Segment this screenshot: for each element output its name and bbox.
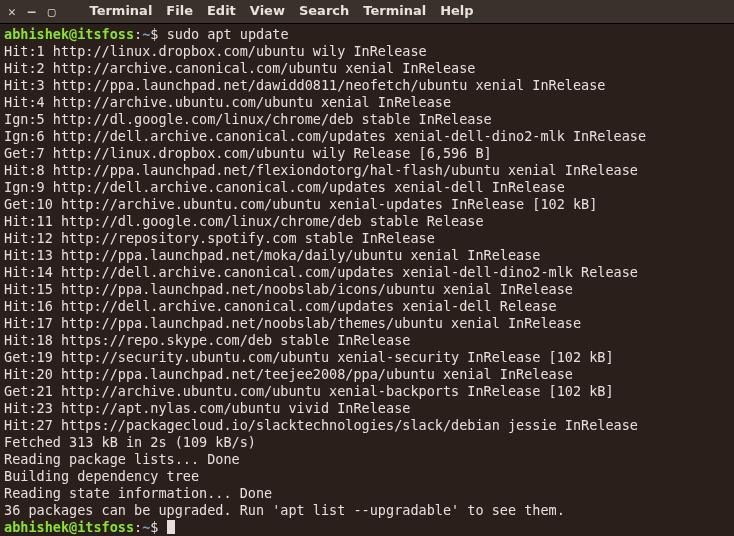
output-line: Hit:27 https://packagecloud.io/slacktech… [4,417,730,434]
output-line: Hit:4 http://archive.ubuntu.com/ubuntu x… [4,94,730,111]
menu-help[interactable]: Help [434,3,479,19]
maximize-icon[interactable]: ▢ [48,5,56,18]
prompt-at: @ [69,519,77,535]
output-line: Hit:2 http://archive.canonical.com/ubunt… [4,60,730,77]
output-line: Reading state information... Done [4,485,730,502]
output-line: Hit:12 http://repository.spotify.com sta… [4,230,730,247]
minimize-icon[interactable]: — [28,5,36,18]
prompt-symbol: $ [150,26,158,42]
menu-file[interactable]: File [160,3,199,19]
prompt-line-1: abhishek@itsfoss:~$ sudo apt update [4,26,730,43]
output-line: Get:19 http://security.ubuntu.com/ubuntu… [4,349,730,366]
output-line: Hit:11 http://dl.google.com/linux/chrome… [4,213,730,230]
prompt-symbol: $ [150,519,158,535]
output-line: Hit:17 http://ppa.launchpad.net/noobslab… [4,315,730,332]
terminal-body[interactable]: abhishek@itsfoss:~$ sudo apt updateHit:1… [0,24,734,536]
output-line: 36 packages can be upgraded. Run 'apt li… [4,502,730,519]
cursor-icon [167,520,175,534]
prompt-user: abhishek [4,26,69,42]
output-line: Reading package lists... Done [4,451,730,468]
menu-view[interactable]: View [244,3,291,19]
output-line: Ign:9 http://dell.archive.canonical.com/… [4,179,730,196]
prompt-host: itsfoss [77,26,134,42]
prompt-colon: : [134,519,142,535]
output-line: Get:10 http://archive.ubuntu.com/ubuntu … [4,196,730,213]
menu-terminal-2[interactable]: Terminal [357,3,432,19]
output-line: Hit:3 http://ppa.launchpad.net/dawidd081… [4,77,730,94]
menu-edit[interactable]: Edit [201,3,242,19]
window-controls: ✕ — ▢ [8,5,55,18]
close-icon[interactable]: ✕ [8,5,16,18]
output-line: Hit:15 http://ppa.launchpad.net/noobslab… [4,281,730,298]
output-line: Building dependency tree [4,468,730,485]
output-line: Hit:14 http://dell.archive.canonical.com… [4,264,730,281]
output-line: Hit:13 http://ppa.launchpad.net/moka/dai… [4,247,730,264]
output-line: Fetched 313 kB in 2s (109 kB/s) [4,434,730,451]
prompt-at: @ [69,26,77,42]
prompt-user: abhishek [4,519,69,535]
output-line: Get:21 http://archive.ubuntu.com/ubuntu … [4,383,730,400]
output-line: Hit:8 http://ppa.launchpad.net/flexiondo… [4,162,730,179]
output-line: Hit:1 http://linux.dropbox.com/ubuntu wi… [4,43,730,60]
output-line: Hit:18 https://repo.skype.com/deb stable… [4,332,730,349]
output-line: Hit:20 http://ppa.launchpad.net/teejee20… [4,366,730,383]
menu-search[interactable]: Search [293,3,355,19]
prompt-line-2: abhishek@itsfoss:~$ [4,519,730,536]
command-text: sudo apt update [167,26,289,42]
menubar: Terminal File Edit View Search Terminal … [83,3,479,19]
output-line: Hit:16 http://dell.archive.canonical.com… [4,298,730,315]
window-titlebar: ✕ — ▢ Terminal File Edit View Search Ter… [0,0,734,24]
prompt-host: itsfoss [77,519,134,535]
menu-terminal[interactable]: Terminal [83,3,158,19]
output-line: Ign:6 http://dell.archive.canonical.com/… [4,128,730,145]
output-line: Get:7 http://linux.dropbox.com/ubuntu wi… [4,145,730,162]
output-line: Hit:23 http://apt.nylas.com/ubuntu vivid… [4,400,730,417]
output-line: Ign:5 http://dl.google.com/linux/chrome/… [4,111,730,128]
prompt-colon: : [134,26,142,42]
